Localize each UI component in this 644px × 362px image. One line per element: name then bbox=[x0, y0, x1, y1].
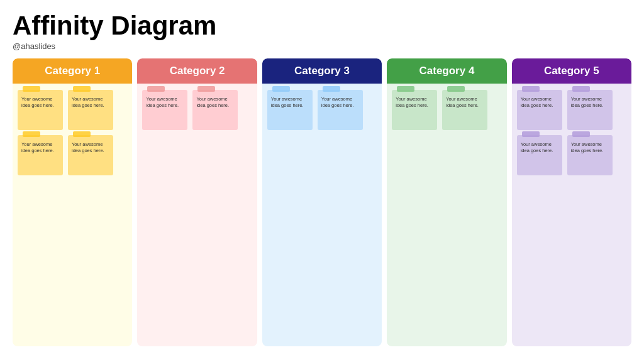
category-header-5: Category 5 bbox=[512, 58, 631, 84]
sticky-note[interactable]: Your awesome idea goes here. bbox=[192, 90, 238, 130]
sticky-note[interactable]: Your awesome idea goes here. bbox=[18, 135, 63, 175]
categories-row: Category 1 Your awesome idea goes here. … bbox=[13, 58, 631, 346]
sticky-note[interactable]: Your awesome idea goes here. bbox=[142, 90, 187, 130]
category-body-2: Your awesome idea goes here. Your awesom… bbox=[137, 84, 257, 346]
category-header-4: Category 4 bbox=[387, 58, 506, 84]
category-col-1: Category 1 Your awesome idea goes here. … bbox=[13, 58, 132, 346]
category-body-4: Your awesome idea goes here. Your awesom… bbox=[387, 84, 506, 346]
sticky-note[interactable]: Your awesome idea goes here. bbox=[567, 90, 613, 130]
sticky-note[interactable]: Your awesome idea goes here. bbox=[442, 90, 487, 130]
category-col-3: Category 3 Your awesome idea goes here. … bbox=[262, 58, 382, 346]
sticky-note[interactable]: Your awesome idea goes here. bbox=[392, 90, 437, 130]
sticky-note[interactable]: Your awesome idea goes here. bbox=[517, 90, 562, 130]
category-body-5: Your awesome idea goes here. Your awesom… bbox=[512, 84, 631, 346]
category-header-3: Category 3 bbox=[262, 58, 382, 84]
sticky-note[interactable]: Your awesome idea goes here. bbox=[68, 90, 113, 130]
category-col-4: Category 4 Your awesome idea goes here. … bbox=[387, 58, 506, 346]
sticky-note[interactable]: Your awesome idea goes here. bbox=[318, 90, 363, 130]
subtitle: @ahaslides bbox=[13, 41, 631, 51]
sticky-note[interactable]: Your awesome idea goes here. bbox=[18, 90, 63, 130]
sticky-note[interactable]: Your awesome idea goes here. bbox=[68, 135, 113, 175]
category-header-2: Category 2 bbox=[137, 58, 257, 84]
sticky-note[interactable]: Your awesome idea goes here. bbox=[517, 135, 562, 175]
category-col-5: Category 5 Your awesome idea goes here. … bbox=[512, 58, 631, 346]
category-body-1: Your awesome idea goes here. Your awesom… bbox=[13, 84, 132, 346]
category-body-3: Your awesome idea goes here. Your awesom… bbox=[262, 84, 382, 346]
category-header-1: Category 1 bbox=[13, 58, 132, 84]
sticky-note[interactable]: Your awesome idea goes here. bbox=[267, 90, 313, 130]
page-title: Affinity Diagram bbox=[13, 11, 631, 40]
sticky-note[interactable]: Your awesome idea goes here. bbox=[567, 135, 613, 175]
category-col-2: Category 2 Your awesome idea goes here. … bbox=[137, 58, 257, 346]
